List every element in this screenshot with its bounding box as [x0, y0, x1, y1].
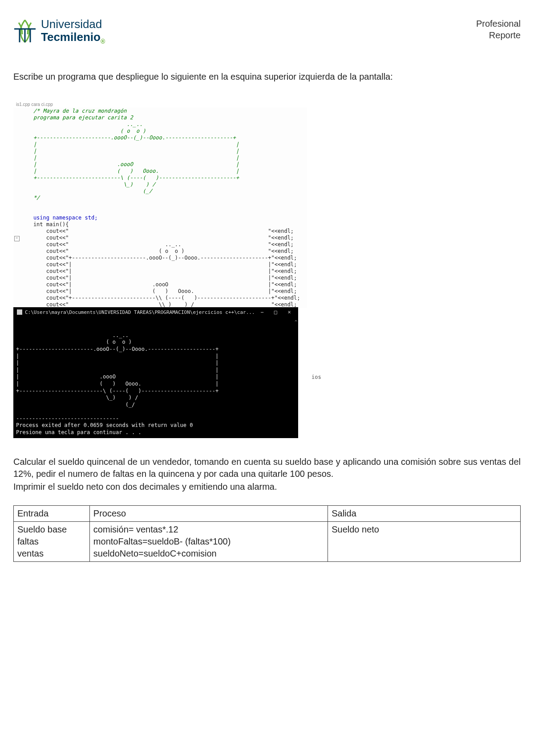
ide-code-block: − /* Mayra de la cruz mondragón programa… [13, 108, 307, 308]
close-icon[interactable]: × [284, 309, 295, 315]
console-title-text: C:\Users\mayra\Documents\UNIVERSIDAD TAR… [25, 309, 255, 315]
maximize-icon[interactable]: □ [270, 309, 281, 315]
logo: Universidad Tecmilenio® [13, 18, 105, 45]
io-table: Entrada Proceso Salida Sueldo base falta… [13, 505, 521, 562]
cell-proceso: comisión= ventas*.12 montoFaltas=sueldoB… [89, 521, 328, 561]
fold-icon: − [14, 236, 20, 241]
ide-editor: is1.cpp cara ci.cpp − /* Mayra de la cru… [13, 100, 307, 438]
cell-salida: Sueldo neto [328, 521, 521, 561]
header-proceso: Proceso [89, 505, 328, 521]
header-right-line2: Reporte [476, 29, 521, 41]
console-icon [17, 309, 22, 315]
header-right: Profesional Reporte [476, 18, 521, 41]
console-titlebar: C:\Users\mayra\Documents\UNIVERSIDAD TAR… [13, 307, 298, 317]
logo-icon [13, 18, 36, 45]
header-entrada: Entrada [14, 505, 90, 521]
header-right-line1: Profesional [476, 18, 521, 29]
table-row: Sueldo base faltas ventas comisión= vent… [14, 521, 521, 561]
logo-text-line1: Universidad [41, 18, 105, 31]
code-and-console-screenshot: is1.cpp cara ci.cpp − /* Mayra de la cru… [13, 100, 521, 438]
table-row: Entrada Proceso Salida [14, 505, 521, 521]
exercise2-paragraph1: Calcular el sueldo quincenal de un vende… [13, 456, 521, 480]
instruction-text: Escribe un programa que despliegue lo si… [13, 72, 521, 82]
ios-text-fragment: ios [312, 374, 321, 380]
exercise2-paragraph2: Imprimir el sueldo neto con dos decimale… [13, 482, 521, 492]
cell-entrada: Sueldo base faltas ventas [14, 521, 90, 561]
header-salida: Salida [328, 505, 521, 521]
console-window: C:\Users\mayra\Documents\UNIVERSIDAD TAR… [13, 307, 298, 438]
console-output: .._.. ( o o ) +-----------------------.o… [13, 322, 298, 438]
minimize-icon[interactable]: − [257, 309, 267, 315]
ide-tab: is1.cpp cara ci.cpp [13, 102, 56, 107]
page-header: Universidad Tecmilenio® Profesional Repo… [13, 18, 521, 45]
logo-text-line2: Tecmilenio [41, 30, 101, 44]
